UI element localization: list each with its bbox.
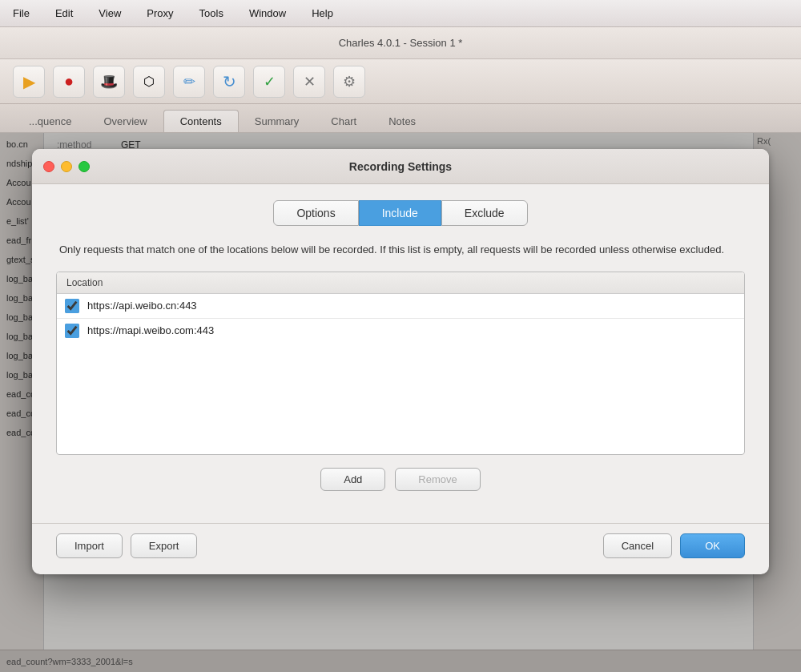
- export-button[interactable]: Export: [131, 533, 198, 558]
- tab-overview[interactable]: Overview: [88, 111, 163, 132]
- toolbar-pointer-btn[interactable]: ▶: [13, 66, 45, 98]
- footer-right: Cancel OK: [603, 533, 745, 558]
- dialog-titlebar: Recording Settings: [32, 149, 769, 184]
- tabbar: ...quence Overview Contents Summary Char…: [0, 104, 801, 133]
- dialog-actions: Add Remove: [56, 468, 745, 491]
- dialog-footer: Import Export Cancel OK: [32, 523, 769, 574]
- import-button[interactable]: Import: [56, 533, 123, 558]
- cancel-button[interactable]: Cancel: [603, 533, 672, 558]
- dialog-description: Only requests that match one of the loca…: [56, 242, 745, 259]
- ok-button[interactable]: OK: [680, 533, 745, 558]
- toolbar: ▶ ● 🎩 ⬡ ✏ ↻ ✓ ✕ ⚙: [0, 59, 801, 104]
- table-body: https://api.weibo.cn:443 https://mapi.we…: [57, 294, 744, 454]
- toolbar-edit-btn[interactable]: ✏: [173, 66, 205, 98]
- row-checkbox-1[interactable]: [65, 299, 79, 313]
- main-area: bo.cn ndship Accou Accou e_list' ead_fr …: [0, 133, 801, 672]
- row-location-2: https://mapi.weibo.com:443: [87, 324, 214, 336]
- menu-view[interactable]: View: [92, 4, 127, 22]
- tab-exclude[interactable]: Exclude: [441, 200, 528, 226]
- tab-summary[interactable]: Summary: [239, 111, 316, 132]
- tab-notes[interactable]: Notes: [372, 111, 432, 132]
- menu-help[interactable]: Help: [305, 4, 340, 22]
- dialog-body: Options Include Exclude Only requests th…: [32, 184, 769, 523]
- window-close-btn[interactable]: [43, 161, 54, 172]
- table-row[interactable]: https://api.weibo.cn:443: [57, 294, 744, 319]
- toolbar-tools-btn[interactable]: ✕: [293, 66, 325, 98]
- menu-tools[interactable]: Tools: [193, 4, 230, 22]
- window-minimize-btn[interactable]: [61, 161, 72, 172]
- table-header: Location: [57, 272, 744, 294]
- window-controls: [43, 161, 90, 172]
- titlebar: Charles 4.0.1 - Session 1 *: [0, 27, 801, 59]
- tab-contents[interactable]: Contents: [163, 110, 239, 132]
- menu-window[interactable]: Window: [243, 4, 292, 22]
- toolbar-record-btn[interactable]: ●: [53, 66, 85, 98]
- location-table: Location https://api.weibo.cn:443 https:…: [56, 272, 745, 455]
- tab-options[interactable]: Options: [273, 200, 358, 226]
- tab-sequence[interactable]: ...quence: [13, 111, 88, 132]
- toolbar-stop-btn[interactable]: ⬡: [133, 66, 165, 98]
- menubar: File Edit View Proxy Tools Window Help: [0, 0, 801, 27]
- toolbar-refresh-btn[interactable]: ↻: [213, 66, 245, 98]
- menu-edit[interactable]: Edit: [49, 4, 79, 22]
- row-location-1: https://api.weibo.cn:443: [87, 300, 197, 312]
- toolbar-throttle-btn[interactable]: 🎩: [93, 66, 125, 98]
- window-maximize-btn[interactable]: [78, 161, 90, 172]
- tab-include[interactable]: Include: [359, 200, 441, 226]
- table-row[interactable]: https://mapi.weibo.com:443: [57, 319, 744, 343]
- add-button[interactable]: Add: [320, 468, 385, 491]
- toolbar-validate-btn[interactable]: ✓: [253, 66, 285, 98]
- remove-button[interactable]: Remove: [395, 468, 480, 491]
- dialog-tabs: Options Include Exclude: [56, 200, 745, 226]
- dialog-title: Recording Settings: [349, 160, 452, 173]
- recording-settings-dialog: Recording Settings Options Include Exclu…: [32, 149, 769, 574]
- app-title: Charles 4.0.1 - Session 1 *: [339, 37, 463, 49]
- row-checkbox-2[interactable]: [65, 324, 79, 338]
- tab-chart[interactable]: Chart: [315, 111, 372, 132]
- toolbar-gear-btn[interactable]: ⚙: [333, 66, 365, 98]
- dialog-overlay: Recording Settings Options Include Exclu…: [0, 133, 801, 672]
- menu-proxy[interactable]: Proxy: [140, 4, 179, 22]
- menu-file[interactable]: File: [6, 4, 36, 22]
- footer-left: Import Export: [56, 533, 197, 558]
